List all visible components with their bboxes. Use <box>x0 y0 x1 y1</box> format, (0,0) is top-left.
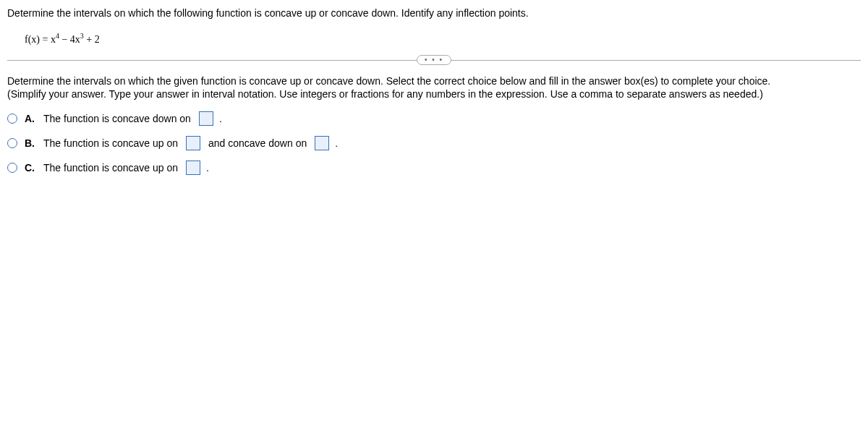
instruction-line-2: (Simplify your answer. Type your answer … <box>7 88 861 100</box>
formula-mid: − 4x <box>59 34 80 45</box>
expand-icon[interactable]: • • • <box>417 55 451 65</box>
answer-box-a[interactable] <box>199 111 213 126</box>
choice-b-text1: The function is concave up on <box>43 137 178 149</box>
choice-b-period: . <box>335 137 338 149</box>
choice-a-text: The function is concave down on <box>43 113 191 124</box>
choice-c-text: The function is concave up on <box>43 162 178 174</box>
formula-prefix: f(x) = x <box>25 34 56 45</box>
formula-suffix: + 2 <box>84 34 100 45</box>
choice-a-row: A. The function is concave down on . <box>7 111 861 126</box>
radio-c[interactable] <box>7 163 17 173</box>
formula-container: f(x) = x4 − 4x3 + 2 <box>7 32 861 46</box>
radio-b[interactable] <box>7 138 17 148</box>
radio-a[interactable] <box>7 114 17 124</box>
answer-box-b2[interactable] <box>315 136 329 150</box>
choice-c-label: C. <box>25 162 36 174</box>
choice-a-label: A. <box>25 113 36 124</box>
answer-box-b1[interactable] <box>186 136 200 150</box>
choice-b-label: B. <box>25 137 36 149</box>
divider: • • • <box>7 60 861 61</box>
choice-b-row: B. The function is concave up on and con… <box>7 136 861 150</box>
choice-b-text2: and concave down on <box>208 137 307 149</box>
answer-box-c[interactable] <box>186 160 200 175</box>
question-prompt: Determine the intervals on which the fol… <box>7 7 861 19</box>
choice-c-row: C. The function is concave up on . <box>7 160 861 175</box>
choice-c-period: . <box>206 162 209 174</box>
choice-a-period: . <box>219 113 222 124</box>
instruction-line-1: Determine the intervals on which the giv… <box>7 75 861 87</box>
